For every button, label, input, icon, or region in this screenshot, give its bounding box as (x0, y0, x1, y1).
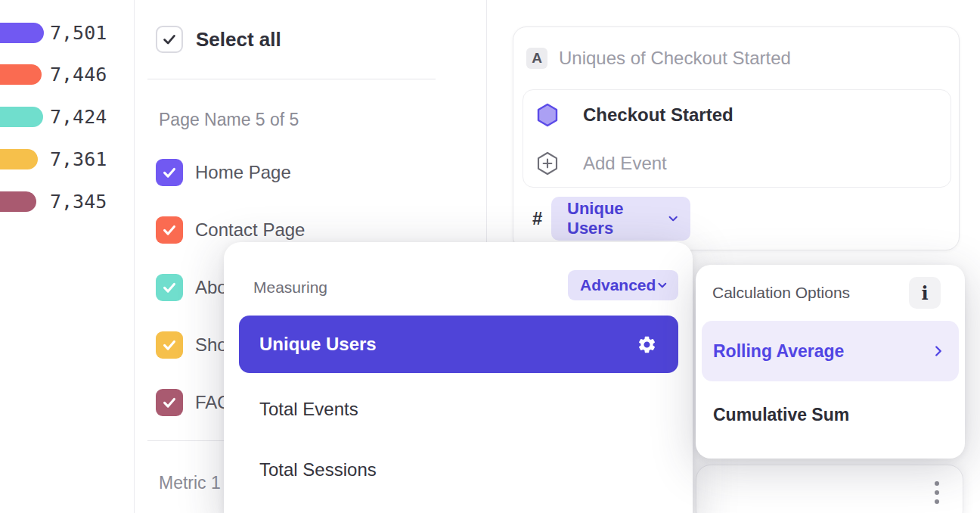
advanced-mode-label: Advanced (580, 276, 656, 294)
chevron-down-icon (656, 278, 669, 292)
legend-item-label: Home Page (195, 159, 291, 186)
event-card: Checkout Started Add Event (523, 89, 951, 188)
chevron-right-icon (930, 343, 947, 359)
series-badge: A (526, 48, 547, 69)
menu-option-label: Unique Users (259, 334, 377, 355)
bar-segment[interactable] (0, 23, 44, 43)
select-all-checkbox[interactable] (156, 26, 183, 53)
chevron-down-icon (666, 211, 680, 226)
group-label: Page Name 5 of 5 (159, 109, 299, 130)
menu-option-total-sessions[interactable]: Total Sessions (259, 443, 377, 497)
metric-label[interactable]: Metric 1 (159, 472, 221, 493)
calc-option-label: Rolling Average (713, 341, 844, 362)
measure-chip-label: Unique Users (567, 199, 666, 238)
legend-checkbox[interactable] (156, 274, 183, 301)
kebab-menu-icon[interactable] (935, 481, 939, 504)
legend-checkbox[interactable] (156, 159, 183, 186)
series-name-input[interactable]: Uniques of Checkout Started (559, 47, 791, 70)
bar-value-label: 7,501 (50, 21, 107, 45)
check-icon (161, 31, 178, 48)
event-hexagon-icon (535, 103, 560, 127)
check-icon (161, 337, 178, 353)
measure-type-symbol: # (532, 197, 542, 241)
calculation-menu-title: Calculation Options (712, 277, 850, 309)
legend-checkbox[interactable] (156, 389, 183, 416)
calc-option-cumulative-sum[interactable]: Cumulative Sum (713, 392, 849, 437)
divider-vertical-left (134, 0, 135, 513)
measuring-menu: Measuring Advanced Unique Users Total Ev… (224, 242, 693, 513)
bar-value-label: 7,345 (50, 190, 107, 213)
analytics-app: 7,501 7,446 7,424 7,361 7,345 Select all… (0, 0, 980, 513)
bar-value-label: 7,361 (50, 148, 107, 171)
gear-icon[interactable] (637, 334, 657, 355)
bar-value-label: 7,424 (50, 105, 107, 129)
calculation-options-menu: Calculation Options i Rolling Average Cu… (696, 265, 965, 459)
legend-checkbox[interactable] (156, 216, 183, 244)
menu-option-unique-users[interactable]: Unique Users (239, 316, 678, 373)
legend-item-label: Contact Page (195, 216, 305, 244)
bar-value-label: 7,446 (50, 63, 107, 86)
legend-checkbox[interactable] (156, 331, 183, 359)
check-icon (161, 279, 178, 296)
bar-segment[interactable] (0, 107, 43, 127)
calc-option-rolling-average[interactable]: Rolling Average (702, 321, 959, 381)
advanced-mode-button[interactable]: Advanced (568, 270, 678, 300)
add-event-button[interactable]: Add Event (583, 152, 667, 175)
check-icon (161, 164, 178, 181)
select-all-label[interactable]: Select all (196, 26, 281, 53)
menu-option-total-events[interactable]: Total Events (259, 382, 358, 437)
check-icon (161, 394, 178, 411)
event-name[interactable]: Checkout Started (583, 104, 733, 126)
check-icon (161, 222, 178, 238)
info-icon[interactable]: i (909, 277, 941, 309)
add-event-icon[interactable] (535, 151, 560, 176)
divider (147, 79, 436, 79)
query-series-card: A Uniques of Checkout Started Checkout S… (513, 26, 960, 250)
bar-segment[interactable] (0, 191, 36, 212)
bar-segment[interactable] (0, 64, 42, 85)
measuring-menu-title: Measuring (253, 272, 327, 303)
bar-segment[interactable] (0, 149, 38, 169)
chart-preview-card (696, 465, 963, 513)
measure-chip[interactable]: Unique Users (551, 197, 690, 241)
